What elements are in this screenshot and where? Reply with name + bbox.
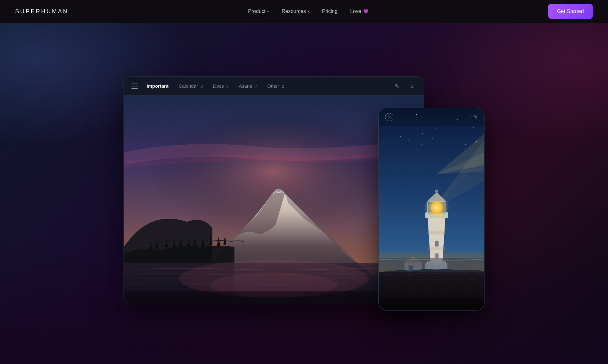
nav-product[interactable]: Product ▾ [248,9,269,14]
tab-important[interactable]: Important [147,83,168,89]
svg-point-17 [422,133,423,134]
svg-rect-36 [435,254,439,259]
svg-point-23 [383,143,383,143]
tab-docs[interactable]: Docs 8 [213,83,229,89]
get-started-button[interactable]: Get Started [548,4,593,19]
edit-icon[interactable]: ✎ [392,82,401,91]
nav-love[interactable]: Love 💜 [350,9,369,14]
nav-resources[interactable]: Resources ▾ [282,9,309,14]
svg-point-14 [388,130,389,131]
hamburger-icon[interactable] [131,84,138,89]
heart-icon: 💜 [363,9,369,14]
lighthouse-panel: ? ✎ [378,108,484,311]
svg-point-27 [432,138,433,139]
search-icon[interactable]: ⌕ [408,82,416,91]
tab-list: Important Calendar 3 Docs 8 Asana 7 [147,83,392,89]
svg-point-26 [421,144,421,145]
logo: SUPERHUMAN [15,8,68,15]
help-icon[interactable]: ? [385,113,393,121]
chevron-down-icon: ▾ [267,10,269,13]
nav-links: Product ▾ Resources ▾ Pricing Love 💜 [248,9,368,14]
chevron-down-icon: ▾ [308,10,309,13]
toolbar-actions: ✎ ⌕ [392,82,416,91]
tab-other[interactable]: Other 2 [267,83,284,89]
svg-point-25 [408,140,409,140]
svg-point-18 [435,129,436,129]
svg-point-16 [413,127,414,128]
tab-asana[interactable]: Asana 7 [239,83,257,89]
nav-pricing[interactable]: Pricing [322,9,338,14]
svg-point-28 [445,143,445,143]
edit-icon[interactable]: ✎ [473,114,478,121]
svg-point-29 [456,140,456,140]
svg-rect-46 [379,298,484,310]
toolbar: Important Calendar 3 Docs 8 Asana 7 [124,77,424,96]
svg-rect-35 [435,241,439,247]
svg-point-42 [435,190,438,193]
tab-calendar[interactable]: Calendar 3 [179,83,203,89]
svg-point-30 [465,144,466,145]
lighthouse-image [379,108,484,310]
app-window: Important Calendar 3 Docs 8 Asana 7 [124,76,484,311]
svg-point-15 [400,136,401,137]
navbar: SUPERHUMAN Product ▾ Resources ▾ Pricing… [0,0,608,23]
svg-rect-45 [379,258,484,273]
svg-point-20 [460,132,461,132]
main-content: Important Calendar 3 Docs 8 Asana 7 [0,23,608,364]
svg-point-21 [473,127,473,128]
lighthouse-toolbar: ? ✎ [379,108,484,126]
svg-point-24 [396,146,396,147]
